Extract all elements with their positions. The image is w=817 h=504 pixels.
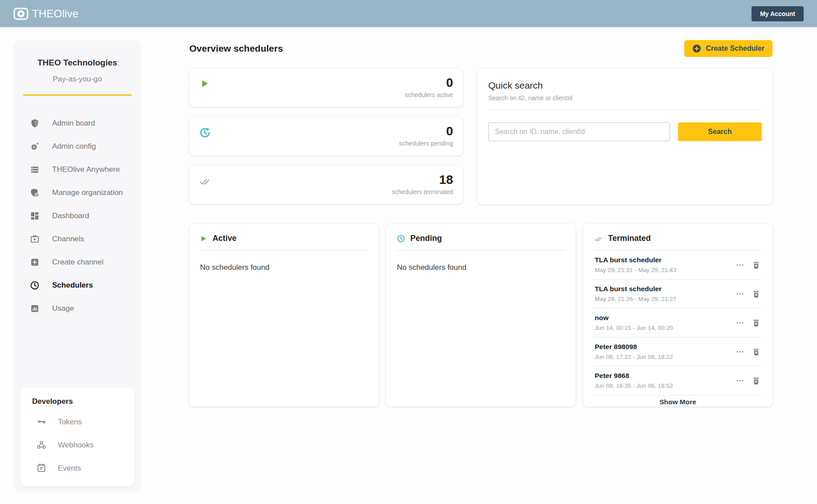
page-title: Overview schedulers — [189, 43, 283, 54]
sidebar-item-label: Admin board — [52, 119, 95, 128]
sidebar-item-theolive-anywhere[interactable]: THEOlive Anywhere — [13, 158, 141, 181]
quick-search-subtitle: Search on ID, name or clientId — [488, 94, 762, 102]
column-title: Terminated — [608, 234, 651, 243]
dashboard-grid-icon — [29, 211, 40, 221]
scheduler-name: TLA burst scheduler — [595, 285, 676, 293]
quick-search-card: Quick search Search on ID, name or clien… — [478, 69, 772, 204]
stat-card-active: 0 schedulers active — [189, 69, 463, 107]
stat-card-pending: 0 schedulers pending — [189, 117, 463, 155]
divider — [200, 250, 368, 251]
empty-message: No schedulers found — [200, 263, 368, 272]
theolive-logo-icon — [13, 8, 29, 20]
sidebar: THEO Technologies Pay-as-you-go Admin bo… — [13, 40, 141, 492]
sidebar-item-label: Create channel — [52, 258, 103, 267]
scheduler-name: TLA burst scheduler — [595, 256, 676, 264]
terminated-row: Peter 898098 Jun 08, 17:22 - Jun 08, 18:… — [594, 337, 762, 366]
empty-message: No schedulers found — [397, 263, 565, 272]
stat-value: 0 — [399, 123, 453, 139]
delete-icon[interactable] — [752, 318, 761, 328]
bar-chart-icon — [29, 303, 40, 314]
scheduler-name: Peter 9868 — [595, 372, 673, 380]
more-options-button[interactable] — [735, 321, 744, 325]
sidebar-item-label: Channels — [52, 235, 84, 244]
brand-logo: THEOlive — [13, 8, 78, 20]
sidebar-item-tokens[interactable]: Tokens — [20, 411, 134, 434]
sidebar-item-label: Usage — [52, 304, 74, 313]
stat-label: schedulers pending — [399, 140, 453, 147]
divider — [397, 250, 565, 251]
sidebar-item-label: Tokens — [58, 418, 82, 427]
plus-circle-icon — [692, 44, 701, 53]
shield-icon — [29, 118, 40, 129]
terminated-row: now Jun 14, 00:15 - Jun 14, 00:20 — [594, 309, 762, 337]
sidebar-nav: Admin board — [13, 112, 141, 320]
organization-name: THEO Technologies — [13, 58, 141, 68]
stat-value: 18 — [392, 172, 453, 187]
delete-icon[interactable] — [752, 260, 761, 270]
sidebar-item-channels[interactable]: Channels — [13, 228, 141, 251]
sidebar-item-label: Events — [58, 464, 81, 473]
sidebar-item-label: Admin config — [52, 142, 96, 151]
sidebar-item-label: THEOlive Anywhere — [52, 165, 120, 174]
main-content: Overview schedulers Create Scheduler 0 s… — [189, 40, 772, 492]
scheduler-name: Peter 898098 — [595, 343, 673, 351]
sidebar-item-usage[interactable]: Usage — [13, 297, 141, 320]
more-options-button[interactable] — [735, 350, 744, 354]
quick-search-title: Quick search — [488, 80, 762, 91]
calendar-icon — [37, 463, 47, 474]
delete-icon[interactable] — [752, 347, 761, 357]
delete-icon[interactable] — [752, 289, 761, 299]
show-more-button[interactable]: Show More — [655, 395, 701, 409]
clock-outline-icon — [397, 235, 405, 243]
column-title: Active — [212, 234, 237, 243]
double-check-icon — [199, 175, 211, 199]
sidebar-item-webhooks[interactable]: Webhooks — [20, 434, 134, 457]
stat-card-terminated: 18 schedulers terminated — [189, 166, 463, 204]
more-options-button[interactable] — [735, 292, 744, 296]
plus-square-icon — [29, 257, 40, 268]
more-options-button[interactable] — [735, 263, 744, 267]
org-shield-icon — [29, 187, 40, 198]
sidebar-item-create-channel[interactable]: Create channel — [13, 251, 141, 274]
my-account-button[interactable]: My Account — [752, 6, 804, 21]
sidebar-item-admin-config[interactable]: Admin config — [13, 135, 141, 158]
divider — [488, 110, 762, 110]
delete-icon[interactable] — [752, 376, 761, 386]
create-scheduler-button[interactable]: Create Scheduler — [684, 40, 772, 57]
scheduler-period: May 29, 21:31 - May 29, 21:43 — [595, 267, 676, 273]
pending-schedulers-card: Pending No schedulers found — [386, 224, 576, 406]
history-clock-icon — [199, 127, 211, 150]
sidebar-item-label: Webhooks — [58, 441, 94, 450]
scheduler-period: Jun 08, 17:22 - Jun 08, 18:22 — [595, 354, 673, 360]
more-options-button[interactable] — [735, 378, 744, 383]
stat-label: schedulers active — [405, 91, 453, 98]
tv-play-icon — [29, 234, 40, 244]
top-header: THEOlive My Account — [0, 0, 817, 27]
sidebar-item-dashboard[interactable]: Dashboard — [13, 204, 141, 228]
search-button[interactable]: Search — [678, 122, 762, 141]
search-input[interactable] — [488, 122, 670, 141]
terminated-row: Peter 9868 Jun 08, 16:35 - Jun 08, 16:52 — [594, 366, 762, 395]
developers-card: Developers Tokens — [20, 387, 134, 486]
sidebar-item-admin-board[interactable]: Admin board — [13, 112, 141, 135]
scheduler-period: May 29, 21:26 - May 29, 21:27 — [595, 296, 676, 302]
stat-value: 0 — [405, 75, 453, 90]
clock-icon — [29, 280, 40, 291]
sidebar-item-events[interactable]: Events — [20, 457, 134, 480]
sidebar-item-label: Dashboard — [52, 211, 89, 220]
brand-name: THEOlive — [32, 8, 78, 20]
column-title: Pending — [410, 234, 442, 243]
gear-sparkle-icon — [29, 141, 40, 152]
server-list-icon — [29, 164, 40, 175]
sidebar-item-schedulers[interactable]: Schedulers — [13, 274, 141, 297]
scheduler-period: Jun 14, 00:15 - Jun 14, 00:20 — [595, 325, 673, 331]
developers-title: Developers — [20, 397, 134, 406]
stat-label: schedulers terminated — [392, 188, 453, 195]
organization-plan: Pay-as-you-go — [13, 75, 141, 84]
webhook-icon — [37, 440, 47, 451]
sidebar-item-manage-organization[interactable]: Manage organization — [13, 181, 141, 204]
terminated-schedulers-card: Terminated TLA burst scheduler May 29, 2… — [583, 224, 772, 406]
yellow-divider — [23, 94, 131, 96]
create-scheduler-label: Create Scheduler — [706, 45, 764, 53]
play-icon — [199, 78, 210, 102]
